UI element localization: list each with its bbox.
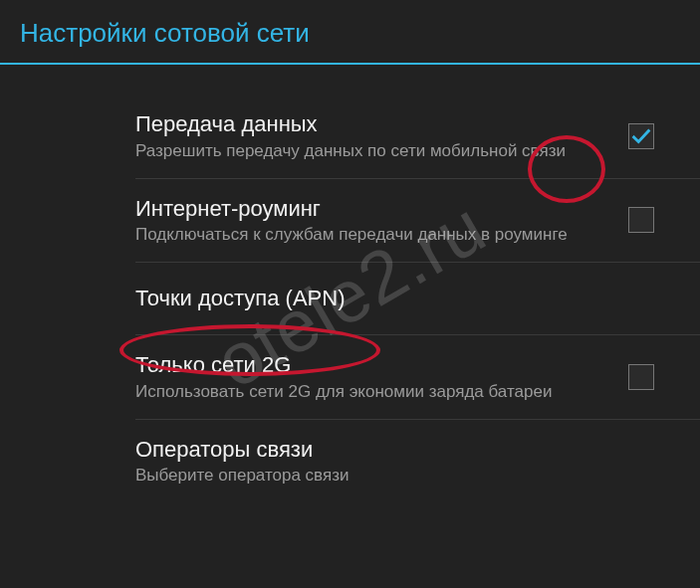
row-text: Интернет-роуминг Подключаться к службам …	[135, 195, 628, 247]
row-operators[interactable]: Операторы связи Выберите оператора связи	[0, 420, 700, 503]
page-title: Настройки сотовой сети	[20, 18, 680, 49]
row-text: Передача данных Разрешить передачу данны…	[135, 110, 628, 162]
row-text: Операторы связи Выберите оператора связи	[135, 436, 654, 488]
row-roaming[interactable]: Интернет-роуминг Подключаться к службам …	[0, 179, 700, 263]
row-subtitle: Использовать сети 2G для экономии заряда…	[135, 381, 612, 403]
row-only-2g[interactable]: Только сети 2G Использовать сети 2G для …	[0, 335, 700, 419]
row-title: Операторы связи	[135, 436, 638, 464]
settings-screen: Настройки сотовой сети Передача данных Р…	[0, 0, 700, 588]
checkbox-roaming[interactable]	[628, 207, 654, 233]
row-title: Точки доступа (APN)	[135, 285, 638, 312]
row-text: Только сети 2G Использовать сети 2G для …	[135, 351, 628, 403]
row-mobile-data[interactable]: Передача данных Разрешить передачу данны…	[0, 95, 700, 178]
row-title: Интернет-роуминг	[135, 195, 612, 223]
row-text: Точки доступа (APN)	[135, 285, 654, 312]
check-icon	[630, 125, 652, 147]
row-subtitle: Выберите оператора связи	[135, 465, 638, 487]
row-title: Только сети 2G	[135, 351, 612, 379]
row-apn[interactable]: Точки доступа (APN)	[0, 263, 700, 334]
header: Настройки сотовой сети	[0, 0, 700, 63]
row-title: Передача данных	[135, 110, 612, 138]
row-subtitle: Разрешить передачу данных по сети мобиль…	[135, 140, 612, 162]
settings-list: Передача данных Разрешить передачу данны…	[0, 65, 700, 502]
checkbox-mobile-data[interactable]	[628, 123, 654, 149]
row-subtitle: Подключаться к службам передачи данных в…	[135, 224, 612, 246]
checkbox-only-2g[interactable]	[628, 364, 654, 390]
